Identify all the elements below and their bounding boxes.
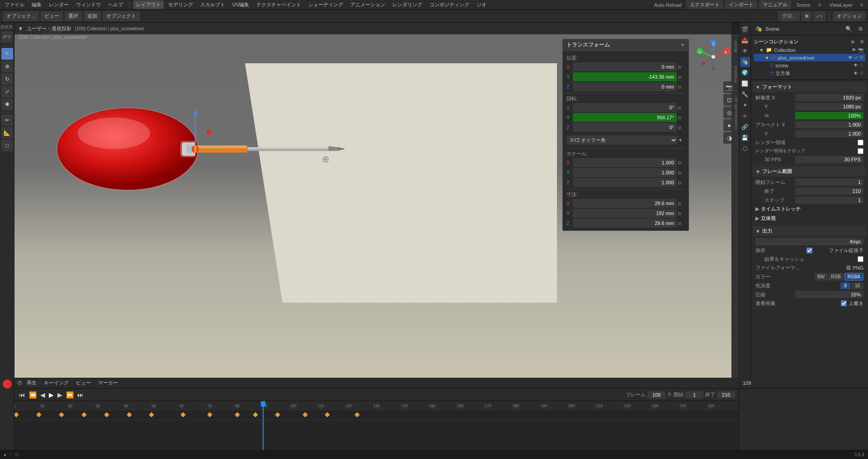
pi-scene[interactable]: 🎭 bbox=[740, 57, 750, 67]
stereoscopy-header[interactable]: ▶ 立体視 bbox=[753, 214, 866, 223]
tab-texture[interactable]: テクスチャペイント bbox=[254, 0, 304, 9]
vc-camera[interactable]: 📷 bbox=[723, 81, 735, 93]
toolbar-object-btn[interactable]: オブジェクト bbox=[103, 11, 140, 21]
marker-label[interactable]: マーカー bbox=[95, 379, 121, 387]
scale-x-field[interactable] bbox=[573, 158, 677, 167]
toolbar-ha-btn[interactable]: ハ bbox=[813, 11, 826, 21]
resolution-y-input[interactable] bbox=[795, 103, 863, 110]
sc-screw[interactable]: ▽ screw 👁 ▽ bbox=[754, 61, 865, 69]
resolution-pct-input[interactable] bbox=[795, 112, 863, 119]
scale-y-copy-icon[interactable]: ⊙ bbox=[678, 170, 685, 175]
keyframe[interactable] bbox=[302, 412, 307, 417]
pos-x-field[interactable] bbox=[573, 62, 677, 71]
goto-end-btn[interactable]: ⏭ bbox=[76, 390, 85, 399]
tool-transform[interactable]: ✱ bbox=[1, 98, 13, 110]
vc-perspective[interactable]: ⊡ bbox=[723, 94, 735, 106]
pi-render[interactable]: 🎬 bbox=[740, 24, 750, 34]
pi-modifier[interactable]: 🔧 bbox=[740, 89, 750, 99]
pi-view[interactable]: 👁 bbox=[740, 46, 750, 56]
scale-z-copy-icon[interactable]: ⊙ bbox=[678, 180, 685, 185]
pi-material[interactable]: ⬡ bbox=[740, 144, 750, 154]
vc-rendered[interactable]: ◑ bbox=[723, 132, 735, 144]
keyframe[interactable] bbox=[14, 412, 19, 417]
pi-output[interactable]: 📤 bbox=[740, 35, 750, 45]
keyframe[interactable] bbox=[207, 412, 212, 417]
next-keyframe-btn[interactable]: ⏩ bbox=[65, 390, 75, 399]
viewport-area[interactable]: ⊕ ▼ ユーザー・透視投影 (109) Collection | plus_sc… bbox=[14, 23, 739, 378]
scale-z-field[interactable] bbox=[573, 178, 677, 187]
scale-x-copy-icon[interactable]: ⊙ bbox=[678, 160, 685, 165]
sc-options-btn[interactable]: ⚙ bbox=[858, 38, 865, 45]
coords-btn[interactable]: デフ bbox=[1, 31, 13, 43]
tab-sculpt[interactable]: スカルプト bbox=[198, 0, 228, 9]
pos-y-field[interactable] bbox=[573, 72, 677, 81]
sc-cube[interactable]: ▽ 立方体 👁 ▽ bbox=[754, 69, 865, 78]
rp-options-icon[interactable]: ⚙ bbox=[855, 24, 865, 34]
transform-collapse[interactable]: ▼ bbox=[680, 42, 685, 47]
toolbar-transform-btn[interactable]: グロ... bbox=[778, 11, 800, 21]
goto-start-btn[interactable]: ⏮ bbox=[18, 390, 26, 399]
menu-window[interactable]: ウィンドウ bbox=[73, 0, 104, 9]
keyframe[interactable] bbox=[275, 412, 280, 417]
sc-collection[interactable]: ▼ 📁 Collection 👁 📷 bbox=[754, 46, 865, 54]
toolbar-mode-btn[interactable]: オブジェク... bbox=[3, 11, 39, 21]
prev-keyframe-btn[interactable]: ⏪ bbox=[28, 390, 38, 399]
timeline-icon[interactable]: ⏱ bbox=[17, 380, 22, 386]
keyframe-row[interactable] bbox=[14, 410, 739, 420]
tab-geo[interactable]: ジオ bbox=[474, 0, 489, 9]
tab-uv[interactable]: UV編集 bbox=[230, 0, 252, 9]
color-rgb-btn[interactable]: RGB bbox=[828, 273, 844, 281]
resolution-x-input[interactable] bbox=[795, 94, 863, 101]
step-input[interactable] bbox=[795, 197, 863, 204]
dim-y-field[interactable] bbox=[573, 209, 677, 218]
keyframe[interactable] bbox=[36, 412, 41, 417]
playback-label[interactable]: 再生 bbox=[24, 379, 39, 387]
play-btn[interactable]: ▶ bbox=[48, 390, 55, 399]
rp-filter-icon[interactable]: 🔍 bbox=[844, 24, 854, 34]
keyframe[interactable] bbox=[325, 412, 330, 417]
keying-label[interactable]: キーイング bbox=[41, 379, 71, 387]
dim-z-copy-icon[interactable]: ⊙ bbox=[678, 221, 685, 226]
view-label[interactable]: ビュー bbox=[73, 379, 94, 387]
pi-world[interactable]: 🌍 bbox=[740, 68, 750, 78]
aspect-y-input[interactable] bbox=[795, 130, 863, 137]
rot-y-field[interactable] bbox=[573, 113, 677, 122]
render-region-checkbox[interactable] bbox=[858, 140, 863, 145]
framerate-input[interactable] bbox=[795, 156, 863, 163]
end-frame-tl-input[interactable] bbox=[717, 391, 735, 398]
sc-filter-btn[interactable]: ⊕ bbox=[849, 38, 856, 45]
vc-solid[interactable]: ● bbox=[723, 119, 735, 131]
pi-physics[interactable]: ⚛ bbox=[740, 111, 750, 121]
tool-annotate[interactable]: ✏ bbox=[1, 114, 13, 126]
tool-scale[interactable]: ⤢ bbox=[1, 86, 13, 98]
color-depth-8-btn[interactable]: 8 bbox=[840, 282, 850, 289]
compression-input[interactable] bbox=[795, 291, 863, 298]
menu-file[interactable]: ファイル bbox=[2, 0, 27, 9]
dim-y-copy-icon[interactable]: ⊙ bbox=[678, 211, 685, 216]
tool-add[interactable]: □ bbox=[1, 140, 13, 151]
sc-collection-render[interactable]: 📷 bbox=[858, 47, 863, 52]
color-rgba-btn[interactable]: RGBA bbox=[844, 273, 863, 281]
tool-measure[interactable]: 📐 bbox=[1, 127, 13, 139]
pos-z-field[interactable] bbox=[573, 82, 677, 91]
pos-y-copy-icon[interactable]: ⊙ bbox=[678, 75, 685, 80]
current-frame-input[interactable] bbox=[647, 391, 665, 398]
dim-z-field[interactable] bbox=[573, 219, 677, 228]
rot-x-field[interactable] bbox=[573, 103, 677, 112]
keyframe[interactable] bbox=[104, 412, 109, 417]
pos-z-copy-icon[interactable]: ⊙ bbox=[678, 84, 685, 89]
sc-screwdriver-render[interactable]: ▽ bbox=[860, 55, 863, 60]
sc-screwdriver-eye[interactable]: 👁 bbox=[848, 55, 853, 60]
dim-x-copy-icon[interactable]: ⊙ bbox=[678, 201, 685, 206]
output-path-input[interactable] bbox=[755, 238, 863, 245]
scale-y-field[interactable] bbox=[573, 168, 677, 177]
sc-screwdriver[interactable]: ▼ ⬡ plus_screwdriver 👁 ✓ ▽ bbox=[754, 54, 865, 61]
toolbar-view-btn[interactable]: ビュー bbox=[41, 11, 63, 21]
tab-rendering[interactable]: レンダリング bbox=[390, 0, 425, 9]
sequence-checkbox[interactable] bbox=[841, 300, 847, 306]
format-section-header[interactable]: ▼ フォーマット ⋮ bbox=[753, 82, 866, 92]
tool-rotate[interactable]: ↻ bbox=[1, 73, 13, 85]
end-frame-input[interactable] bbox=[795, 187, 863, 195]
tool-cursor[interactable]: ↖ bbox=[1, 48, 13, 60]
toolbar-pivot-btn[interactable]: ⊕ bbox=[802, 11, 811, 21]
